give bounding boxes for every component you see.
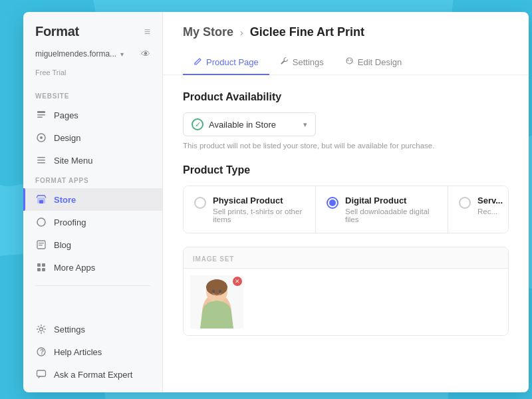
- product-type-digital[interactable]: Digital Product Sell downloadable digita…: [316, 186, 448, 233]
- wrench-icon: [280, 57, 289, 67]
- svg-rect-15: [42, 263, 45, 267]
- sidebar-item-more-apps[interactable]: More Apps: [23, 256, 162, 279]
- product-type-title: Product Type: [183, 164, 509, 176]
- tab-label: Product Page: [206, 57, 259, 67]
- sidebar: Format ≡ miguelmendes.forma... ▾ 👁 Free …: [23, 12, 163, 392]
- website-section-label: WEBSITE: [23, 87, 162, 104]
- product-type-name: Physical Product: [213, 196, 305, 205]
- sidebar-item-label: Ask a Format Expert: [54, 370, 132, 380]
- check-icon: ✓: [192, 118, 203, 130]
- main-header: My Store › Giclee Fine Art Print Product…: [163, 12, 529, 75]
- eye-icon[interactable]: 👁: [141, 49, 150, 59]
- main-body: Product Availability ✓ Available in Stor…: [163, 75, 529, 392]
- svg-point-29: [212, 290, 215, 293]
- sidebar-bottom: Settings ? Help Articles: [23, 318, 162, 392]
- availability-hint: This product will not be listed your sto…: [183, 142, 509, 150]
- svg-point-28: [206, 279, 227, 295]
- proofing-icon: [35, 216, 47, 228]
- user-plan: Free Trial: [23, 68, 162, 87]
- chat-icon: [35, 368, 47, 380]
- sidebar-item-label: Proofing: [54, 217, 86, 227]
- sidebar-item-design[interactable]: Design: [23, 126, 162, 149]
- more-apps-icon: [35, 261, 47, 273]
- product-type-name: Digital Product: [345, 196, 437, 205]
- svg-rect-13: [39, 245, 43, 245]
- product-type-desc: Rec...: [477, 207, 503, 215]
- product-type-service[interactable]: Serv... Rec...: [448, 186, 508, 233]
- user-info: miguelmendes.forma... ▾ 👁: [23, 49, 162, 68]
- breadcrumb-current: Giclee Fine Art Print: [250, 25, 364, 39]
- svg-rect-16: [37, 268, 41, 271]
- availability-dropdown[interactable]: ✓ Available in Store ▾: [183, 112, 316, 136]
- radio-digital[interactable]: [327, 197, 338, 209]
- store-icon: [35, 194, 47, 205]
- sidebar-item-pages[interactable]: Pages: [23, 104, 162, 126]
- tabs: Product Page Settings: [183, 50, 509, 74]
- radio-service[interactable]: [459, 197, 471, 209]
- svg-rect-2: [37, 117, 43, 118]
- product-type-info-service: Serv... Rec...: [477, 196, 503, 215]
- sidebar-item-ask-expert[interactable]: Ask a Format Expert: [23, 363, 162, 386]
- breadcrumb-parent[interactable]: My Store: [183, 25, 233, 39]
- username: miguelmendes.forma...: [35, 49, 116, 59]
- format-apps-section-label: FORMAT APPS: [23, 172, 162, 188]
- radio-physical[interactable]: [194, 197, 206, 209]
- pages-icon: [35, 109, 47, 121]
- availability-label: Available in Store: [209, 120, 298, 130]
- sidebar-item-help[interactable]: ? Help Articles: [23, 340, 162, 363]
- image-set-content: ✕: [184, 269, 508, 335]
- image-set-section: IMAGE SET: [183, 247, 509, 336]
- settings-icon: [35, 323, 47, 335]
- svg-rect-5: [37, 157, 45, 158]
- breadcrumb-separator: ›: [240, 27, 243, 38]
- chevron-down-icon: ▾: [303, 120, 307, 129]
- svg-point-10: [37, 218, 45, 226]
- sidebar-item-label: Site Menu: [54, 156, 93, 166]
- svg-rect-17: [42, 268, 45, 271]
- sidebar-item-store[interactable]: Store: [23, 188, 162, 211]
- image-set-label: IMAGE SET: [184, 247, 508, 269]
- tab-edit-design[interactable]: Edit Design: [334, 50, 412, 75]
- design-icon: [35, 132, 47, 144]
- product-type-info-digital: Digital Product Sell downloadable digita…: [345, 196, 437, 223]
- image-preview: ✕: [190, 275, 243, 329]
- pencil-icon: [194, 57, 202, 67]
- blog-icon: [35, 239, 47, 251]
- palette-icon: [345, 57, 354, 67]
- svg-rect-6: [37, 160, 45, 161]
- tab-product-page[interactable]: Product Page: [183, 50, 269, 75]
- divider: [35, 285, 150, 286]
- sidebar-item-blog[interactable]: Blog: [23, 233, 162, 256]
- chevron-down-icon: ▾: [120, 51, 124, 58]
- sidebar-header: Format ≡: [23, 12, 162, 49]
- product-type-physical[interactable]: Physical Product Sell prints, t-shirts o…: [184, 186, 316, 233]
- sidebar-item-label: More Apps: [54, 263, 95, 273]
- sidebar-item-proofing[interactable]: Proofing: [23, 211, 162, 233]
- product-type-cards: Physical Product Sell prints, t-shirts o…: [183, 186, 509, 233]
- sidebar-item-site-menu[interactable]: Site Menu: [23, 149, 162, 172]
- product-type-section: Product Type Physical Product Sell print…: [183, 164, 509, 233]
- site-menu-icon: [35, 154, 47, 166]
- svg-rect-9: [39, 200, 43, 203]
- radio-inner: [329, 200, 336, 206]
- svg-point-18: [40, 328, 43, 331]
- delete-image-button[interactable]: ✕: [233, 277, 242, 286]
- svg-rect-1: [37, 114, 45, 116]
- product-availability-section: Product Availability ✓ Available in Stor…: [183, 91, 509, 150]
- sidebar-item-settings[interactable]: Settings: [23, 318, 162, 340]
- sidebar-item-label: Store: [54, 195, 76, 205]
- svg-point-4: [40, 136, 43, 139]
- sidebar-item-label: Pages: [54, 110, 78, 120]
- product-type-info-physical: Physical Product Sell prints, t-shirts o…: [213, 196, 305, 223]
- svg-rect-7: [37, 162, 45, 164]
- svg-point-23: [347, 60, 348, 61]
- svg-rect-21: [37, 370, 46, 376]
- tab-settings[interactable]: Settings: [269, 50, 334, 75]
- tab-label: Settings: [293, 57, 324, 67]
- product-availability-title: Product Availability: [183, 91, 509, 103]
- svg-rect-12: [39, 243, 44, 243]
- menu-icon[interactable]: ≡: [144, 26, 150, 38]
- product-type-desc: Sell prints, t-shirts or other items: [213, 207, 305, 223]
- breadcrumb: My Store › Giclee Fine Art Print: [183, 25, 509, 39]
- svg-text:?: ?: [40, 348, 44, 356]
